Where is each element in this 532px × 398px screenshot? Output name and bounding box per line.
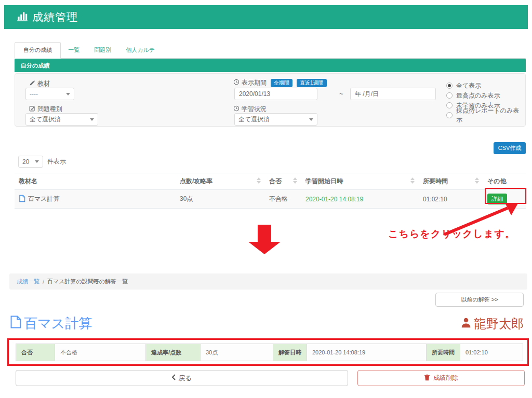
breadcrumb: 成績一覧 / 百マス計算の設問毎の解答一覧 (9, 273, 527, 290)
summary-value-pass-fail: 不合格 (55, 344, 145, 361)
summary-value-score: 30点 (200, 344, 273, 361)
chevron-down-icon (309, 118, 313, 121)
summary-label-score: 達成率/点数 (145, 344, 200, 361)
sort-icon[interactable] (293, 177, 297, 185)
radio-pending-report-only[interactable]: 採点待レポートのみ表示 (446, 111, 525, 120)
period-all-badge[interactable]: 全期間 (271, 79, 292, 87)
click-here-annotation: こちらをクリックします。 (388, 227, 515, 241)
tab-personal-record[interactable]: 個人カルテ (118, 43, 162, 58)
chevron-down-icon (35, 160, 39, 163)
question-type-select[interactable]: 全て選択済 (25, 113, 98, 126)
summary-bar: 合否 不合格 達成率/点数 30点 解答日時 2020-01-20 14:08:… (16, 344, 523, 361)
radio-icon[interactable] (446, 102, 453, 108)
tab-list[interactable]: 一覧 (61, 43, 87, 58)
col-score[interactable]: 点数/攻略率 (176, 173, 265, 189)
panel-title: 自分の成績 (15, 59, 526, 72)
trash-icon (424, 374, 430, 382)
filter-panel: 教材 ---- 問題種別 全て選択済 表示期間 全期間 直近1週間 ~ 学習状況… (15, 73, 526, 127)
csv-create-button[interactable]: CSV作成 (494, 142, 526, 154)
tab-my-grades[interactable]: 自分の成績 (15, 42, 61, 59)
sort-icon[interactable] (410, 177, 415, 185)
display-filter-radios: 全て表示 最高点のみ表示 未学習のみ表示 採点待レポートのみ表示 (446, 81, 525, 120)
start-datetime-cell: 2020-01-20 14:08:19 (301, 190, 419, 208)
study-status-label: 学習状況 (233, 105, 267, 114)
breadcrumb-current: 百マス計算の設問毎の解答一覧 (47, 278, 128, 285)
tab-by-question[interactable]: 問題別 (87, 43, 118, 58)
summary-label-answer-datetime: 解答日時 (273, 344, 307, 361)
radio-icon[interactable] (446, 92, 453, 99)
file-icon (19, 195, 25, 204)
file-icon (9, 315, 22, 333)
col-other: その他 (483, 173, 526, 189)
per-page-control: 20 件表示 (18, 156, 66, 168)
down-arrow-annotation (258, 225, 271, 242)
summary-label-duration: 所要時間 (426, 344, 460, 361)
breadcrumb-separator: / (43, 279, 44, 285)
clock-icon (233, 105, 240, 113)
period-last-week-badge[interactable]: 直近1週間 (297, 79, 327, 87)
date-to-input[interactable] (350, 88, 436, 100)
radio-icon[interactable] (446, 112, 453, 118)
material-name-cell[interactable]: 百マス計算 (15, 190, 176, 208)
per-page-suffix: 件表示 (47, 157, 66, 166)
back-button[interactable]: 戻る (16, 370, 348, 386)
material-label: 教材 (29, 79, 50, 88)
detail-title: 百マス計算 (9, 314, 92, 333)
chevron-left-icon (171, 374, 176, 382)
person-icon (460, 317, 472, 331)
breadcrumb-link-grades[interactable]: 成績一覧 (17, 278, 39, 285)
down-arrow-head (248, 242, 281, 254)
per-page-select[interactable]: 20 (18, 156, 43, 168)
pass-fail-cell: 不合格 (265, 190, 301, 208)
summary-value-duration: 01:02:10 (460, 344, 523, 361)
summary-label-pass-fail: 合否 (16, 344, 55, 361)
study-status-select[interactable]: 全て選択済 (234, 113, 317, 126)
pencil-icon (29, 80, 35, 88)
col-start-datetime[interactable]: 学習開始日時 (301, 173, 419, 189)
page: 成績管理 自分の成績 一覧 問題別 個人カルテ 自分の成績 教材 ---- 問題… (0, 0, 532, 398)
question-type-label: 問題種別 (29, 105, 62, 114)
bar-chart-icon (16, 9, 29, 25)
date-range-separator: ~ (339, 90, 343, 98)
page-title: 成績管理 (32, 10, 78, 24)
material-select[interactable]: ---- (25, 88, 74, 100)
radio-best-score-only[interactable]: 最高点のみ表示 (446, 91, 525, 100)
radio-show-all[interactable]: 全て表示 (446, 81, 525, 90)
check-square-icon (29, 105, 35, 113)
col-material-name[interactable]: 教材名 (15, 173, 176, 189)
delete-grade-button[interactable]: 成績削除 (357, 370, 525, 386)
clock-icon (233, 79, 240, 87)
score-cell: 30点 (176, 190, 265, 208)
sort-icon[interactable] (257, 177, 261, 185)
radio-icon[interactable] (446, 83, 453, 89)
user-name: 龍野太郎 (460, 315, 524, 332)
date-from-input[interactable] (234, 88, 317, 100)
summary-value-answer-datetime: 2020-01-20 14:08:19 (307, 344, 426, 361)
chevron-down-icon (90, 118, 94, 121)
previous-answers-button[interactable]: 以前の解答 >> (435, 293, 524, 307)
app-header: 成績管理 (4, 5, 528, 29)
chevron-down-icon (66, 93, 70, 95)
sort-icon[interactable] (475, 177, 479, 185)
table-header-row: 教材名 点数/攻略率 合否 学習開始日時 所要時間 その他 (15, 173, 526, 190)
tabs: 自分の成績 一覧 問題別 個人カルテ (15, 44, 526, 59)
col-duration[interactable]: 所要時間 (419, 173, 483, 189)
period-label: 表示期間 全期間 直近1週間 (233, 78, 327, 87)
col-pass-fail[interactable]: 合否 (265, 173, 301, 189)
